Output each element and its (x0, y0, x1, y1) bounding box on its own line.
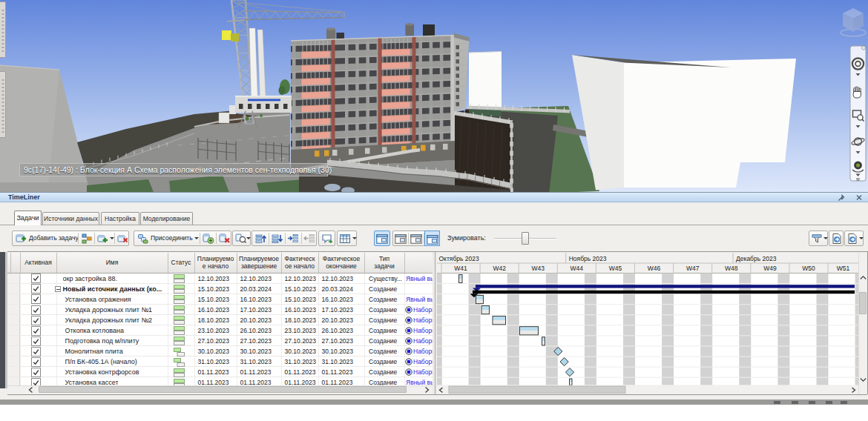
svg-text:W49: W49 (763, 265, 777, 272)
svg-text:W42: W42 (493, 265, 506, 272)
svg-text:Декабрь 2023: Декабрь 2023 (736, 255, 777, 262)
svg-text:W47: W47 (686, 265, 700, 272)
svg-text:W45: W45 (609, 265, 622, 272)
svg-text:W48: W48 (725, 265, 738, 272)
svg-text:W50: W50 (802, 265, 815, 272)
svg-text:W44: W44 (571, 265, 584, 272)
svg-text:Октябрь 2023: Октябрь 2023 (439, 255, 479, 262)
svg-text:W43: W43 (531, 265, 545, 272)
svg-text:W41: W41 (454, 265, 467, 272)
svg-text:W51: W51 (837, 265, 850, 272)
svg-text:W46: W46 (648, 265, 661, 272)
svg-text:Ноябрь 2023: Ноябрь 2023 (569, 255, 607, 262)
